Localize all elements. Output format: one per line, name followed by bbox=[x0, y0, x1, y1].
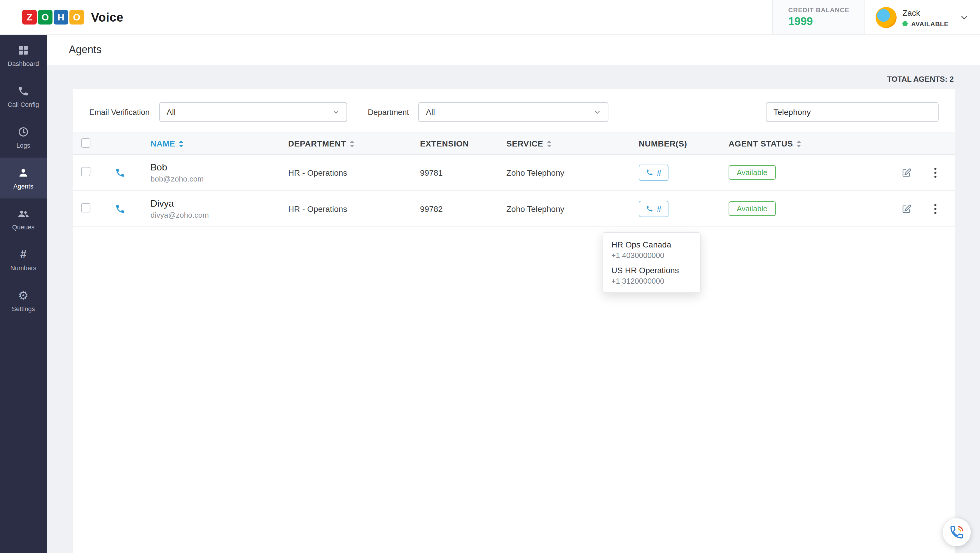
sidebar-item-settings[interactable]: ⚙ Settings bbox=[0, 280, 47, 321]
user-status: AVAILABLE bbox=[902, 20, 948, 27]
agent-service: Zoho Telephony bbox=[506, 168, 639, 177]
number-value: +1 4030000000 bbox=[611, 251, 692, 260]
kebab-icon bbox=[934, 203, 937, 214]
agent-name: Divya bbox=[151, 198, 288, 209]
agent-service: Zoho Telephony bbox=[506, 204, 639, 213]
queues-icon bbox=[17, 207, 30, 220]
column-label: AGENT STATUS bbox=[729, 139, 793, 148]
phone-icon bbox=[646, 205, 653, 212]
email-verification-dropdown[interactable]: All bbox=[159, 102, 347, 122]
topbar-right: CREDIT BALANCE 1999 Zack AVAILABLE bbox=[772, 0, 968, 34]
sidebar-item-logs[interactable]: Logs bbox=[0, 117, 47, 158]
sidebar-item-label: Call Config bbox=[8, 101, 39, 108]
credit-balance-value: 1999 bbox=[788, 15, 850, 28]
top-bar: Z O H O Voice CREDIT BALANCE 1999 Zack A… bbox=[0, 0, 980, 35]
agent-name: Bob bbox=[151, 162, 288, 172]
logo-tile-o1: O bbox=[38, 10, 52, 24]
agent-email: bob@zoho.com bbox=[151, 174, 288, 183]
agent-department: HR - Operations bbox=[288, 204, 420, 213]
agent-email: divya@zoho.com bbox=[151, 210, 288, 219]
numbers-button[interactable]: # bbox=[639, 201, 668, 217]
sidebar-item-call-config[interactable]: Call Config bbox=[0, 76, 47, 117]
department-value: All bbox=[426, 107, 435, 117]
row-checkbox[interactable] bbox=[81, 167, 91, 176]
select-all-checkbox[interactable] bbox=[81, 138, 91, 147]
department-dropdown[interactable]: All bbox=[418, 102, 608, 122]
column-header-service[interactable]: SERVICE bbox=[506, 139, 639, 148]
sort-icon bbox=[547, 140, 552, 147]
popover-entry: HR Ops Canada +1 4030000000 bbox=[611, 240, 692, 260]
status-dot-icon bbox=[902, 21, 908, 26]
number-value: +1 3120000000 bbox=[611, 276, 692, 285]
logo-tile-z: Z bbox=[22, 10, 37, 24]
sort-icon bbox=[349, 140, 355, 147]
main-area: Agents TOTAL AGENTS: 2 Email Verificatio… bbox=[47, 35, 980, 553]
status-badge: Available bbox=[729, 165, 776, 180]
zoho-logo[interactable]: Z O H O bbox=[22, 10, 84, 24]
avatar[interactable] bbox=[876, 7, 897, 28]
column-label: EXTENSION bbox=[420, 139, 469, 148]
page-header: Agents bbox=[47, 35, 980, 65]
product-name: Voice bbox=[91, 10, 123, 24]
content-area: TOTAL AGENTS: 2 Email Verification All D… bbox=[47, 65, 980, 553]
numbers-button-label: # bbox=[657, 204, 662, 213]
chevron-down-icon bbox=[332, 108, 339, 116]
sidebar-item-dashboard[interactable]: Dashboard bbox=[0, 35, 47, 76]
logo-tile-o2: O bbox=[69, 10, 84, 24]
call-agent-icon[interactable] bbox=[108, 167, 151, 178]
sidebar: Dashboard Call Config Logs Agents Queues bbox=[0, 35, 47, 553]
table-header: NAME DEPARTMENT EXTENSION SERVICE bbox=[73, 132, 955, 155]
sidebar-item-label: Logs bbox=[16, 142, 30, 149]
credit-balance-panel: CREDIT BALANCE 1999 bbox=[772, 0, 865, 34]
sidebar-item-queues[interactable]: Queues bbox=[0, 198, 47, 239]
logo-tile-h: H bbox=[54, 10, 68, 24]
logs-icon bbox=[18, 126, 29, 138]
edit-icon bbox=[901, 203, 912, 214]
sort-icon bbox=[179, 140, 184, 147]
column-header-department[interactable]: DEPARTMENT bbox=[288, 139, 420, 148]
number-name: HR Ops Canada bbox=[611, 240, 692, 249]
row-checkbox[interactable] bbox=[81, 203, 91, 212]
edit-icon bbox=[901, 167, 912, 178]
table-row: Bob bob@zoho.com HR - Operations 99781 Z… bbox=[73, 155, 955, 191]
phone-icon bbox=[646, 169, 653, 176]
column-label: SERVICE bbox=[506, 139, 543, 148]
sidebar-item-label: Settings bbox=[12, 305, 35, 312]
column-header-agent-status[interactable]: AGENT STATUS bbox=[729, 139, 900, 148]
agents-card: Email Verification All Department All bbox=[73, 89, 955, 553]
numbers-button[interactable]: # bbox=[639, 164, 668, 181]
email-verification-label: Email Verification bbox=[89, 108, 150, 116]
dialer-fab-button[interactable] bbox=[943, 518, 970, 546]
sidebar-item-agents[interactable]: Agents bbox=[0, 158, 47, 198]
chevron-down-icon bbox=[594, 108, 601, 116]
sidebar-item-label: Dashboard bbox=[8, 60, 39, 67]
row-menu-button[interactable] bbox=[934, 167, 937, 178]
credit-balance-label: CREDIT BALANCE bbox=[788, 6, 850, 13]
row-menu-button[interactable] bbox=[934, 203, 937, 214]
dashboard-icon bbox=[18, 44, 29, 57]
sidebar-item-label: Numbers bbox=[10, 265, 36, 271]
popover-entry: US HR Operations +1 3120000000 bbox=[611, 265, 692, 285]
column-header-extension[interactable]: EXTENSION bbox=[420, 139, 506, 148]
search-input[interactable] bbox=[766, 102, 939, 122]
numbers-button-label: # bbox=[657, 168, 662, 177]
agent-extension: 99781 bbox=[420, 168, 506, 177]
chevron-down-icon[interactable] bbox=[960, 13, 968, 21]
sidebar-item-label: Queues bbox=[12, 223, 34, 231]
email-verification-value: All bbox=[167, 107, 176, 117]
edit-agent-button[interactable] bbox=[901, 167, 912, 178]
sidebar-item-numbers[interactable]: # Numbers bbox=[0, 239, 47, 280]
edit-agent-button[interactable] bbox=[901, 203, 912, 214]
column-header-name[interactable]: NAME bbox=[151, 139, 288, 148]
column-header-numbers[interactable]: NUMBER(S) bbox=[639, 139, 729, 148]
user-menu[interactable]: Zack AVAILABLE bbox=[865, 7, 948, 28]
number-name: US HR Operations bbox=[611, 265, 692, 275]
call-agent-icon[interactable] bbox=[108, 203, 151, 214]
user-name: Zack bbox=[902, 8, 920, 17]
status-badge: Available bbox=[729, 201, 776, 216]
filter-bar: Email Verification All Department All bbox=[73, 89, 955, 132]
page-title: Agents bbox=[69, 44, 102, 56]
column-label: DEPARTMENT bbox=[288, 139, 346, 148]
agent-extension: 99782 bbox=[420, 204, 506, 213]
numbers-popover: HR Ops Canada +1 4030000000 US HR Operat… bbox=[603, 232, 701, 293]
